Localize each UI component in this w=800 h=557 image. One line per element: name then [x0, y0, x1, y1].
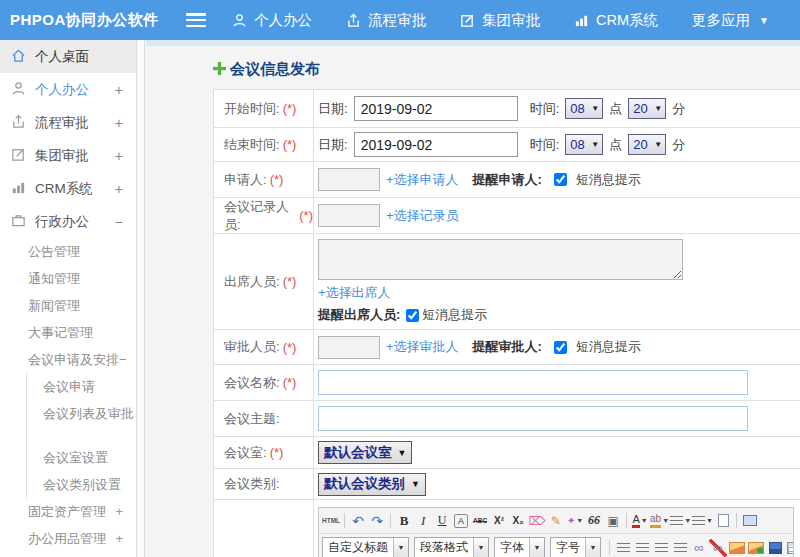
sidebar-item-notice-mgmt[interactable]: 通知管理 [0, 265, 136, 292]
underline-icon[interactable]: U [433, 512, 451, 530]
justify-icon[interactable] [671, 539, 689, 557]
expand-icon[interactable]: + [115, 181, 123, 197]
meeting-topic-input[interactable] [318, 406, 748, 431]
sidebar-item-meeting-category-settings[interactable]: 会议类别设置 [27, 471, 136, 498]
sidebar-item-meeting-list-approval[interactable]: 会议列表及审批 [27, 400, 135, 444]
expand-icon[interactable]: + [115, 115, 123, 131]
heading-select[interactable]: 自定义标题▼ [322, 537, 409, 557]
nav-workflow-approval[interactable]: 流程审批 [346, 11, 426, 30]
new-page-icon[interactable] [714, 512, 732, 530]
collapse-icon[interactable]: − [115, 214, 123, 230]
sidebar-item-workflow[interactable]: 流程审批 + [0, 106, 136, 139]
form-row-attendees: 出席人员: (*) +选择出席人 提醒出席人员: 短消息提示 [214, 234, 800, 330]
superscript-icon[interactable]: X² [490, 512, 508, 530]
unordered-list-icon[interactable]: ▼ [692, 512, 713, 530]
choose-recorder-link[interactable]: +选择记录员 [386, 207, 459, 225]
expand-icon[interactable]: + [115, 82, 123, 98]
meeting-form: 开始时间: (*) 日期: 时间: 08▼ 点 20▼ 分 结束时间: (*) … [213, 89, 800, 557]
approver-input[interactable] [318, 336, 380, 359]
nav-crm-system[interactable]: CRM系统 [574, 11, 658, 30]
meeting-room-select[interactable]: 默认会议室▼ [318, 441, 412, 464]
sidebar-item-announcement-mgmt[interactable]: 公告管理 [0, 238, 136, 265]
crm-chart-icon [11, 180, 26, 198]
blockquote-icon[interactable]: 66 [585, 512, 603, 530]
align-center-icon[interactable] [633, 539, 651, 557]
align-right-icon[interactable] [652, 539, 670, 557]
sidebar-item-crm[interactable]: CRM系统 + [0, 172, 136, 205]
top-header: PHPOA协同办公软件 个人办公 流程审批 集团审批 CRM系统 更多应用 ▼ [0, 0, 800, 40]
nav-more-apps[interactable]: 更多应用 ▼ [692, 11, 769, 30]
italic-icon[interactable]: I [414, 512, 432, 530]
choose-approver-link[interactable]: +选择审批人 [386, 338, 459, 356]
bold-icon[interactable]: B [395, 512, 413, 530]
redo-icon[interactable]: ↷ [368, 512, 386, 530]
menu-toggle-icon[interactable] [186, 13, 206, 27]
meeting-category-select[interactable]: 默认会议类别▼ [318, 473, 426, 496]
char-border-icon[interactable]: A [454, 514, 468, 528]
nav-group-approval[interactable]: 集团审批 [460, 11, 540, 30]
sidebar-item-personal-office[interactable]: 个人办公 + [0, 73, 136, 106]
editor-toolbar-row2: 自定义标题▼ 段落格式▼ 字体▼ 字号▼ ∞ ∞ [319, 534, 793, 557]
link-icon[interactable]: ∞ [690, 539, 708, 557]
html-source-icon[interactable]: HTML [322, 512, 340, 530]
sidebar-scrollbar[interactable] [138, 40, 145, 557]
required-mark: (*) [283, 274, 297, 289]
font-family-select[interactable]: 字体▼ [494, 537, 545, 557]
fullscreen-icon[interactable] [741, 512, 759, 530]
sidebar-item-memorabilia-mgmt[interactable]: 大事记管理 [0, 319, 136, 346]
start-date-input[interactable] [354, 96, 518, 121]
subscript-icon[interactable]: X₂ [509, 512, 527, 530]
recorder-input[interactable] [318, 204, 380, 227]
auto-typeset-icon[interactable]: ✦▼ [566, 512, 584, 530]
paragraph-select[interactable]: 段落格式▼ [414, 537, 489, 557]
sidebar-item-admin-office[interactable]: 行政办公 − [0, 205, 136, 238]
workflow-icon [346, 13, 361, 28]
expand-icon[interactable]: + [115, 148, 123, 164]
choose-attendees-link[interactable]: +选择出席人 [318, 284, 391, 302]
field-label: 开始时间: [224, 100, 280, 118]
unlink-icon[interactable]: ∞ [709, 539, 727, 557]
choose-applicant-link[interactable]: +选择申请人 [386, 171, 459, 189]
sidebar-item-group-approval[interactable]: 集团审批 + [0, 139, 136, 172]
sidebar-item-meeting-apply[interactable]: 会议申请 [27, 373, 136, 400]
highlight-color-icon[interactable]: ab▼ [650, 512, 669, 530]
image-upload-icon[interactable] [747, 539, 765, 557]
sidebar-item-desktop[interactable]: 个人桌面 [0, 40, 136, 73]
font-size-select[interactable]: 字号▼ [550, 537, 601, 557]
nav-personal-office[interactable]: 个人办公 [232, 11, 312, 30]
format-brush-icon[interactable]: ✎ [547, 512, 565, 530]
media-icon[interactable] [766, 539, 784, 557]
applicant-sms-checkbox[interactable] [554, 173, 567, 186]
sidebar-item-truncated[interactable] [0, 552, 136, 557]
image-icon[interactable] [728, 539, 746, 557]
expand-icon[interactable]: + [115, 531, 123, 546]
end-date-input[interactable] [354, 132, 518, 157]
applicant-input[interactable] [318, 168, 380, 191]
sidebar-item-fixed-assets-mgmt[interactable]: 固定资产管理 + [0, 498, 136, 525]
sidebar-item-meeting-apply-arrange[interactable]: 会议申请及安排− [0, 346, 136, 373]
end-hour-select[interactable]: 08▼ [565, 134, 603, 155]
form-row-meeting-topic: 会议主题: [214, 401, 800, 437]
strikethrough-icon[interactable]: ABC [471, 512, 489, 530]
start-hour-select[interactable]: 08▼ [565, 98, 603, 119]
attendees-textarea[interactable] [318, 239, 683, 280]
field-label: 会议名称: [224, 374, 280, 392]
approver-sms-checkbox[interactable] [554, 341, 567, 354]
sidebar-item-office-supplies-mgmt[interactable]: 办公用品管理 + [0, 525, 136, 552]
form-row-meeting-room: 会议室: (*) 默认会议室▼ [214, 437, 800, 469]
meeting-name-input[interactable] [318, 370, 748, 395]
eraser-icon[interactable]: ⌦ [528, 512, 546, 530]
start-minute-select[interactable]: 20▼ [628, 98, 666, 119]
undo-icon[interactable]: ↶ [349, 512, 367, 530]
required-mark: (*) [270, 172, 284, 187]
end-minute-select[interactable]: 20▼ [628, 134, 666, 155]
expand-icon[interactable]: + [115, 504, 123, 519]
paste-as-text-icon[interactable]: ▣ [604, 512, 622, 530]
ordered-list-icon[interactable]: ▼ [670, 512, 691, 530]
font-color-icon[interactable]: A▼ [631, 512, 649, 530]
align-left-icon[interactable] [614, 539, 632, 557]
sidebar-item-meeting-room-settings[interactable]: 会议室设置 [27, 444, 136, 471]
attendees-sms-checkbox[interactable] [406, 309, 419, 322]
sidebar-item-news-mgmt[interactable]: 新闻管理 [0, 292, 136, 319]
table-icon[interactable] [785, 539, 793, 557]
